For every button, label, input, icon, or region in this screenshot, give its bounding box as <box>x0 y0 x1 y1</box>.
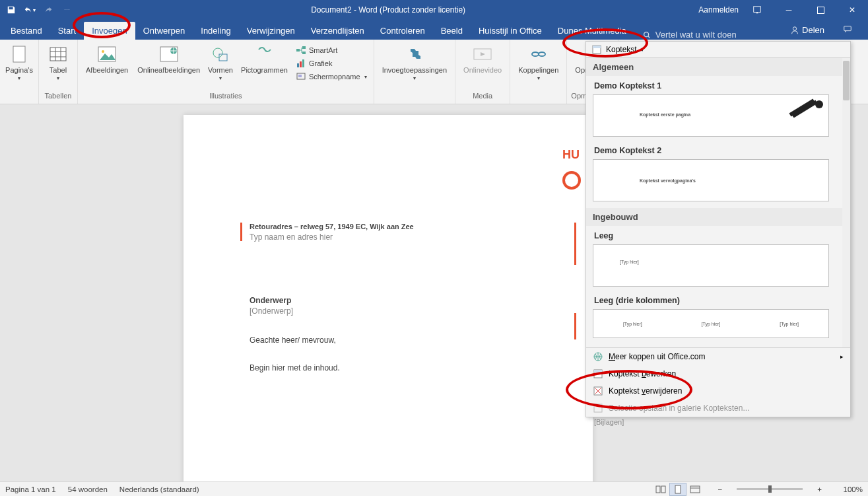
svg-rect-49 <box>675 485 681 493</box>
leeg3-title: Leeg (drie kolommen) <box>593 293 849 309</box>
svg-rect-24 <box>298 75 302 77</box>
body-text[interactable]: Begin hier met de inhoud. <box>250 363 340 372</box>
tab-bestand[interactable]: Bestand <box>3 22 50 40</box>
demo-koptekst-1-title: Demo Koptekst 1 <box>593 79 849 94</box>
online-picture-icon <box>158 44 180 65</box>
header-icon <box>591 44 602 55</box>
svg-rect-4 <box>844 26 851 31</box>
accent-bar-right2 <box>574 313 576 339</box>
svg-rect-48 <box>661 486 665 493</box>
word-count[interactable]: 54 woorden <box>68 485 108 493</box>
demo-koptekst-2-preview[interactable]: Koptekst vervolgpagina's <box>593 159 829 201</box>
maximize-icon[interactable] <box>807 0 834 20</box>
demo-koptekst-1-preview[interactable]: Koptekst eerste pagina <box>593 94 829 137</box>
bijlagen-text: [Bijlagen] <box>594 418 624 426</box>
group-illustraties: Illustraties <box>82 92 370 101</box>
svg-point-2 <box>644 32 648 36</box>
svg-rect-20 <box>297 63 299 67</box>
redo-icon[interactable] <box>40 1 57 18</box>
language-indicator[interactable]: Nederlands (standaard) <box>119 485 199 493</box>
onlinevideo-button[interactable]: Onlinevideo <box>459 42 506 75</box>
svg-point-12 <box>102 50 104 53</box>
demo-koptekst-2-title: Demo Koptekst 2 <box>593 143 849 159</box>
read-mode-icon[interactable] <box>652 483 669 496</box>
tab-verwijzingen[interactable]: Verwijzingen <box>239 22 303 40</box>
koppelingen-button[interactable]: Koppelingen ▾ <box>514 42 562 83</box>
address-placeholder[interactable]: Typ naam en adres hier <box>250 232 333 242</box>
koptekst-button[interactable]: Koptekst ▾ <box>586 42 850 58</box>
table-icon <box>48 44 69 65</box>
tab-controleren[interactable]: Controleren <box>372 22 433 40</box>
chart-icon <box>296 58 306 69</box>
undo-icon[interactable]: ▾ <box>21 1 38 18</box>
leeg3-preview[interactable]: [Typ hier] [Typ hier] [Typ hier] <box>593 309 829 338</box>
zoom-slider[interactable] <box>737 488 803 490</box>
group-media: Media <box>459 92 506 101</box>
svg-rect-19 <box>302 52 306 54</box>
koptekst-dropdown: Koptekst ▾ Algemeen Demo Koptekst 1 Kopt… <box>585 41 851 417</box>
tab-huisstijl[interactable]: Huisstijl in Office <box>471 22 550 40</box>
zoom-out-button[interactable]: − <box>716 485 725 493</box>
tab-dunes[interactable]: Dunes Multimedia <box>550 22 634 40</box>
svg-rect-36 <box>594 404 602 412</box>
tab-invoegen[interactable]: Invoegen <box>84 22 135 40</box>
onlineafbeeldingen-button[interactable]: Onlineafbeeldingen <box>133 42 204 75</box>
schermopname-button[interactable]: Schermopname▾ <box>293 70 370 83</box>
page-icon <box>9 44 30 65</box>
svg-rect-17 <box>296 49 300 52</box>
vormen-button[interactable]: Vormen ▾ <box>205 42 236 83</box>
minimize-icon[interactable]: ─ <box>776 0 802 20</box>
leeg-preview[interactable]: [Typ hier] <box>593 244 829 287</box>
tab-beeld[interactable]: Beeld <box>433 22 471 40</box>
subject-label: Onderwerp <box>250 296 291 305</box>
video-icon <box>472 44 493 65</box>
smartart-icon <box>296 45 306 55</box>
svg-point-3 <box>793 26 796 30</box>
koptekst-verwijderen-menuitem[interactable]: Koptekst verwijderen <box>586 382 850 400</box>
picture-icon <box>96 44 117 65</box>
svg-rect-34 <box>594 370 602 372</box>
share-button[interactable]: Delen <box>782 21 832 39</box>
comments-icon[interactable] <box>835 20 860 40</box>
group-tabellen: Tabellen <box>43 92 73 101</box>
tab-indeling[interactable]: Indeling <box>193 22 239 40</box>
zoom-level[interactable]: 100% <box>836 485 863 493</box>
link-icon <box>528 44 549 65</box>
svg-point-15 <box>213 48 222 57</box>
web-layout-icon[interactable] <box>686 483 704 496</box>
invoegtoepassingen-button[interactable]: Invoegtoepassingen ▾ <box>378 42 451 83</box>
tabel-button[interactable]: Tabel ▾ <box>43 42 73 83</box>
svg-point-27 <box>539 52 545 56</box>
subject-value[interactable]: [Onderwerp] <box>250 306 293 316</box>
svg-rect-0 <box>754 7 761 13</box>
signin-link[interactable]: Aanmelden <box>698 5 739 15</box>
ribbon-options-icon[interactable] <box>744 0 770 20</box>
koptekst-bewerken-menuitem[interactable]: Koptekst bewerken <box>586 365 850 382</box>
meer-koppen-menuitem[interactable]: MMeer koppen uit Office.comeer koppen ui… <box>586 348 850 365</box>
svg-rect-21 <box>300 61 302 67</box>
document-title: Document2 - Word (Product zonder licenti… <box>78 5 698 15</box>
qat-customize-icon[interactable]: ⋯ <box>58 1 75 18</box>
salutation[interactable]: Geachte heer/ mevrouw, <box>250 336 336 345</box>
svg-rect-18 <box>302 46 306 49</box>
paginas-button[interactable]: Pagina's ▾ <box>4 42 34 83</box>
title-bar: ▾ ⋯ Document2 - Word (Product zonder lic… <box>0 0 868 20</box>
save-icon[interactable] <box>3 1 20 18</box>
globe-icon <box>593 351 603 362</box>
gallery-scrollbar[interactable] <box>842 58 850 347</box>
pictogrammen-button[interactable]: Pictogrammen <box>237 42 292 75</box>
document-page[interactable]: HU Retouradres – relweg 57, 1949 EC, Wij… <box>184 115 593 481</box>
grafiek-button[interactable]: Grafiek <box>293 57 370 70</box>
tab-verzendlijsten[interactable]: Verzendlijsten <box>303 22 372 40</box>
zoom-in-button[interactable]: + <box>815 485 824 493</box>
tab-ontwerpen[interactable]: Ontwerpen <box>135 22 193 40</box>
print-layout-icon[interactable] <box>669 483 686 496</box>
close-icon[interactable]: ✕ <box>839 0 865 20</box>
smartart-button[interactable]: SmartArt <box>293 44 370 57</box>
svg-rect-22 <box>302 59 304 67</box>
afbeeldingen-button[interactable]: Afbeeldingen <box>82 42 132 75</box>
tell-me-search[interactable]: Vertel wat u wilt doen <box>634 30 782 40</box>
tab-start[interactable]: Start <box>50 22 84 40</box>
status-bar: Pagina 1 van 1 54 woorden Nederlands (st… <box>0 481 868 496</box>
page-indicator[interactable]: Pagina 1 van 1 <box>5 485 56 493</box>
